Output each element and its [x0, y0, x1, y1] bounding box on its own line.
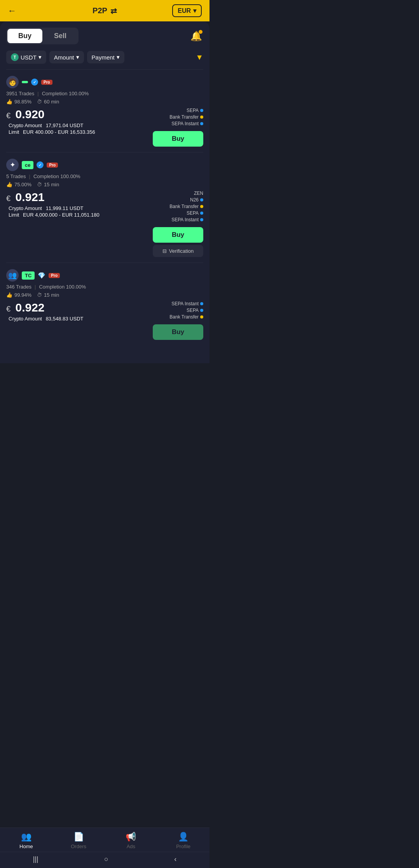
payment-tag: SEPA	[187, 210, 203, 216]
back-button[interactable]: ←	[8, 6, 16, 16]
avatar-emoji: 🧑	[8, 78, 17, 86]
card-header: 👥 TC 💎 Pro	[6, 269, 203, 282]
username: TC	[22, 271, 35, 280]
card-right: ZEN N26 Bank Transfer SEPA	[149, 191, 203, 257]
time-metric: ⏱ 15 min	[37, 182, 59, 187]
verification-button[interactable]: ⊟ Verification	[153, 245, 203, 257]
card-stats: 3951 Trades | Completion 100.00%	[6, 91, 203, 96]
card-body: € 0.922 Crypto Amount 83,548.83 USDT SEP…	[6, 301, 203, 340]
username	[22, 81, 28, 83]
coin-filter[interactable]: T USDT ▾	[6, 51, 46, 64]
card-left: € 0.920 Crypto Amount 17,971.04 USDT Lim…	[6, 108, 95, 136]
amount-label: Amount	[54, 54, 74, 61]
crypto-amount-line: Crypto Amount 11,999.11 USDT	[6, 205, 100, 211]
time-value: 15 min	[44, 292, 59, 298]
buy-button[interactable]: Buy	[153, 227, 203, 243]
time-metric: ⏱ 60 min	[37, 99, 59, 105]
tag-label: Bank Transfer	[169, 314, 199, 320]
pro-badge: Pro	[49, 273, 60, 278]
buy-button[interactable]: Buy	[153, 324, 203, 340]
pro-badge: Pro	[41, 80, 52, 85]
verification-icon: ⊟	[162, 248, 167, 254]
notification-dot	[199, 30, 203, 34]
tag-label: SEPA	[187, 210, 199, 216]
euro-symbol: €	[6, 304, 10, 313]
card-metrics: 👍 99.94% ⏱ 15 min	[6, 292, 203, 298]
completion-rate: Completion 100.00%	[39, 284, 86, 290]
avatar-emoji: 👥	[8, 271, 17, 280]
time-value: 15 min	[44, 182, 59, 187]
avatar-emoji: ✦	[10, 161, 16, 169]
crypto-amount-line: Crypto Amount 83,548.83 USDT	[6, 316, 83, 322]
clock-icon: ⏱	[37, 182, 42, 187]
thumbs-up-value: 98.85%	[14, 99, 31, 105]
tag-label: SEPA	[187, 108, 199, 113]
tag-dot	[200, 309, 203, 312]
tag-label: SEPA	[187, 308, 199, 313]
amount-filter[interactable]: Amount ▾	[49, 51, 84, 63]
card-stats: 346 Trades | Completion 100.00%	[6, 284, 203, 290]
payment-tag: Bank Transfer	[169, 314, 203, 320]
listing-card: ✦ ce ✓ Pro 5 Trades | Completion 100.00%…	[6, 152, 203, 262]
thumbs-up-value: 99.94%	[14, 292, 31, 298]
buy-button[interactable]: Buy	[153, 131, 203, 147]
card-right: SEPA Bank Transfer SEPA Instant Buy	[149, 108, 203, 147]
thumbs-up-metric: 👍 75.00%	[6, 182, 31, 187]
tag-label: SEPA Instant	[171, 121, 199, 126]
page-title: P2P ⇄	[93, 6, 117, 16]
card-left: € 0.922 Crypto Amount 83,548.83 USDT	[6, 301, 83, 322]
advanced-filter-button[interactable]: ▼	[196, 53, 203, 62]
payment-filter[interactable]: Payment ▾	[87, 51, 124, 63]
thumbs-up-value: 75.00%	[14, 182, 31, 187]
payment-tag: SEPA	[187, 108, 203, 113]
coin-chevron-icon: ▾	[38, 54, 42, 61]
username: ce	[22, 161, 33, 169]
trades-count: 5 Trades	[6, 173, 26, 179]
currency-selector[interactable]: EUR ▾	[172, 4, 202, 17]
euro-symbol: €	[6, 194, 10, 203]
arrows-icon: ⇄	[110, 6, 117, 16]
avatar: 👥	[6, 269, 19, 282]
price-value: 0.921	[15, 191, 44, 203]
trades-count: 3951 Trades	[6, 91, 34, 96]
payment-tag: SEPA Instant	[171, 121, 203, 126]
toggle-row: Buy Sell 🔔	[6, 28, 203, 44]
tag-label: Bank Transfer	[169, 114, 199, 120]
limit-line: Limit EUR 4,000.000 - EUR 11,051.180	[6, 212, 100, 218]
verified-icon: ✓	[31, 79, 38, 86]
time-value: 60 min	[44, 99, 59, 105]
clock-icon: ⏱	[37, 99, 42, 105]
avatar: ✦	[6, 159, 19, 171]
tag-dot	[200, 205, 203, 208]
card-body: € 0.921 Crypto Amount 11,999.11 USDT Lim…	[6, 191, 203, 257]
tag-label: SEPA Instant	[171, 301, 199, 306]
card-left: € 0.921 Crypto Amount 11,999.11 USDT Lim…	[6, 191, 100, 219]
tag-label: N26	[190, 197, 199, 203]
main-content: Buy Sell 🔔 T USDT ▾ Amount ▾ Payment ▾ ▼…	[0, 21, 210, 363]
payment-tags: ZEN N26 Bank Transfer SEPA	[169, 191, 203, 222]
notification-icon[interactable]: 🔔	[189, 29, 203, 43]
limit-line: Limit EUR 400.000 - EUR 16,533.356	[6, 129, 95, 135]
thumbs-up-metric: 👍 98.85%	[6, 99, 31, 105]
tag-dot	[200, 116, 203, 119]
euro-symbol: €	[6, 111, 10, 120]
payment-label: Payment	[92, 54, 115, 61]
trades-count: 346 Trades	[6, 284, 31, 290]
title-text: P2P	[93, 6, 107, 15]
thumbs-up-icon: 👍	[6, 99, 12, 105]
clock-icon: ⏱	[37, 292, 42, 298]
card-metrics: 👍 75.00% ⏱ 15 min	[6, 182, 203, 187]
sell-tab[interactable]: Sell	[43, 29, 77, 43]
tag-dot	[200, 302, 203, 305]
buy-tab[interactable]: Buy	[7, 29, 42, 43]
tag-dot	[200, 212, 203, 215]
payment-tags: SEPA Bank Transfer SEPA Instant	[169, 108, 203, 126]
thumbs-up-icon: 👍	[6, 292, 12, 298]
tag-dot	[200, 109, 203, 112]
price-display: € 0.920	[6, 108, 95, 121]
listing-card: 🧑 ✓ Pro 3951 Trades | Completion 100.00%…	[6, 69, 203, 152]
filters-row: T USDT ▾ Amount ▾ Payment ▾ ▼	[6, 51, 203, 64]
card-stats: 5 Trades | Completion 100.00%	[6, 173, 203, 179]
card-body: € 0.920 Crypto Amount 17,971.04 USDT Lim…	[6, 108, 203, 147]
completion-rate: Completion 100.00%	[33, 173, 80, 179]
